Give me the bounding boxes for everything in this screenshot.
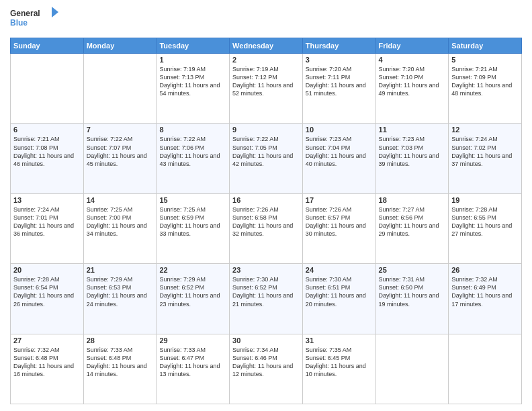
calendar-cell: 26Sunrise: 7:32 AM Sunset: 6:49 PM Dayli… [449, 264, 522, 334]
day-number: 29 [159, 336, 226, 345]
day-number: 3 [306, 56, 373, 64]
day-number: 10 [306, 126, 373, 134]
day-number: 9 [232, 126, 300, 134]
calendar-cell: 5Sunrise: 7:21 AM Sunset: 7:09 PM Daylig… [449, 54, 522, 124]
calendar-cell: 17Sunrise: 7:26 AM Sunset: 6:57 PM Dayli… [302, 193, 375, 263]
calendar-week-row: 13Sunrise: 7:24 AM Sunset: 7:01 PM Dayli… [11, 193, 522, 263]
calendar-cell: 13Sunrise: 7:24 AM Sunset: 7:01 PM Dayli… [11, 193, 84, 263]
day-detail: Sunrise: 7:31 AM Sunset: 6:50 PM Dayligh… [379, 275, 446, 308]
calendar-cell: 31Sunrise: 7:35 AM Sunset: 6:45 PM Dayli… [302, 334, 375, 404]
day-detail: Sunrise: 7:21 AM Sunset: 7:08 PM Dayligh… [13, 135, 81, 168]
day-number: 11 [379, 126, 446, 134]
day-number: 27 [13, 336, 81, 345]
calendar-week-row: 6Sunrise: 7:21 AM Sunset: 7:08 PM Daylig… [11, 124, 522, 193]
day-detail: Sunrise: 7:21 AM Sunset: 7:09 PM Dayligh… [451, 65, 519, 98]
day-number: 4 [379, 56, 446, 64]
day-number: 26 [451, 266, 519, 274]
day-number: 15 [159, 196, 226, 204]
calendar-cell: 15Sunrise: 7:25 AM Sunset: 6:59 PM Dayli… [157, 193, 230, 263]
day-number: 31 [306, 336, 373, 345]
column-header-friday: Friday [375, 38, 449, 54]
logo-svg: General Blue [10, 7, 64, 34]
column-header-saturday: Saturday [449, 38, 522, 54]
day-number: 20 [13, 266, 81, 274]
calendar-week-row: 27Sunrise: 7:32 AM Sunset: 6:48 PM Dayli… [11, 334, 522, 404]
calendar-cell: 19Sunrise: 7:28 AM Sunset: 6:55 PM Dayli… [449, 193, 522, 263]
calendar-cell: 2Sunrise: 7:19 AM Sunset: 7:12 PM Daylig… [230, 54, 303, 124]
calendar-table: SundayMondayTuesdayWednesdayThursdayFrid… [10, 38, 522, 404]
day-detail: Sunrise: 7:32 AM Sunset: 6:49 PM Dayligh… [451, 275, 519, 308]
calendar-cell: 12Sunrise: 7:24 AM Sunset: 7:02 PM Dayli… [449, 124, 522, 193]
day-detail: Sunrise: 7:22 AM Sunset: 7:06 PM Dayligh… [159, 135, 226, 168]
calendar-header-row: SundayMondayTuesdayWednesdayThursdayFrid… [11, 38, 522, 54]
day-detail: Sunrise: 7:23 AM Sunset: 7:03 PM Dayligh… [379, 135, 446, 168]
calendar-cell [11, 54, 84, 124]
calendar-week-row: 1Sunrise: 7:19 AM Sunset: 7:13 PM Daylig… [11, 54, 522, 124]
day-number: 1 [159, 56, 226, 64]
day-detail: Sunrise: 7:19 AM Sunset: 7:12 PM Dayligh… [232, 65, 300, 98]
day-number: 28 [87, 336, 154, 345]
day-number: 23 [232, 266, 300, 274]
calendar-cell: 14Sunrise: 7:25 AM Sunset: 7:00 PM Dayli… [83, 193, 157, 263]
day-detail: Sunrise: 7:34 AM Sunset: 6:46 PM Dayligh… [232, 346, 300, 379]
day-detail: Sunrise: 7:28 AM Sunset: 6:54 PM Dayligh… [13, 275, 81, 308]
calendar-cell: 29Sunrise: 7:33 AM Sunset: 6:47 PM Dayli… [157, 334, 230, 404]
calendar-cell: 4Sunrise: 7:20 AM Sunset: 7:10 PM Daylig… [375, 54, 449, 124]
day-detail: Sunrise: 7:26 AM Sunset: 6:57 PM Dayligh… [306, 205, 373, 238]
day-detail: Sunrise: 7:23 AM Sunset: 7:04 PM Dayligh… [306, 135, 373, 168]
page-header: General Blue [10, 7, 522, 34]
day-detail: Sunrise: 7:26 AM Sunset: 6:58 PM Dayligh… [232, 205, 300, 238]
svg-text:General: General [10, 9, 40, 18]
column-header-monday: Monday [83, 38, 157, 54]
calendar-cell: 28Sunrise: 7:33 AM Sunset: 6:48 PM Dayli… [83, 334, 157, 404]
calendar-cell: 11Sunrise: 7:23 AM Sunset: 7:03 PM Dayli… [375, 124, 449, 193]
day-detail: Sunrise: 7:24 AM Sunset: 7:01 PM Dayligh… [13, 205, 81, 238]
svg-marker-1 [52, 7, 58, 17]
day-number: 16 [232, 196, 300, 204]
calendar-cell: 10Sunrise: 7:23 AM Sunset: 7:04 PM Dayli… [302, 124, 375, 193]
day-detail: Sunrise: 7:35 AM Sunset: 6:45 PM Dayligh… [306, 346, 373, 379]
calendar-cell [449, 334, 522, 404]
logo: General Blue [10, 7, 64, 34]
day-detail: Sunrise: 7:22 AM Sunset: 7:07 PM Dayligh… [87, 135, 154, 168]
day-number: 5 [451, 56, 519, 64]
day-number: 12 [451, 126, 519, 134]
day-detail: Sunrise: 7:24 AM Sunset: 7:02 PM Dayligh… [451, 135, 519, 168]
day-detail: Sunrise: 7:30 AM Sunset: 6:52 PM Dayligh… [232, 275, 300, 308]
calendar-cell: 16Sunrise: 7:26 AM Sunset: 6:58 PM Dayli… [230, 193, 303, 263]
day-detail: Sunrise: 7:22 AM Sunset: 7:05 PM Dayligh… [232, 135, 300, 168]
day-number: 24 [306, 266, 373, 274]
calendar-cell: 24Sunrise: 7:30 AM Sunset: 6:51 PM Dayli… [302, 264, 375, 334]
calendar-cell: 7Sunrise: 7:22 AM Sunset: 7:07 PM Daylig… [83, 124, 157, 193]
day-number: 22 [159, 266, 226, 274]
day-number: 21 [87, 266, 154, 274]
day-number: 25 [379, 266, 446, 274]
calendar-cell: 30Sunrise: 7:34 AM Sunset: 6:46 PM Dayli… [230, 334, 303, 404]
day-detail: Sunrise: 7:28 AM Sunset: 6:55 PM Dayligh… [451, 205, 519, 238]
calendar-cell: 3Sunrise: 7:20 AM Sunset: 7:11 PM Daylig… [302, 54, 375, 124]
calendar-cell: 25Sunrise: 7:31 AM Sunset: 6:50 PM Dayli… [375, 264, 449, 334]
calendar-week-row: 20Sunrise: 7:28 AM Sunset: 6:54 PM Dayli… [11, 264, 522, 334]
day-number: 14 [87, 196, 154, 204]
day-number: 6 [13, 126, 81, 134]
svg-text:Blue: Blue [10, 18, 28, 28]
day-number: 8 [159, 126, 226, 134]
calendar-cell: 1Sunrise: 7:19 AM Sunset: 7:13 PM Daylig… [157, 54, 230, 124]
day-detail: Sunrise: 7:29 AM Sunset: 6:52 PM Dayligh… [159, 275, 226, 308]
calendar-cell: 23Sunrise: 7:30 AM Sunset: 6:52 PM Dayli… [230, 264, 303, 334]
calendar-cell: 18Sunrise: 7:27 AM Sunset: 6:56 PM Dayli… [375, 193, 449, 263]
day-detail: Sunrise: 7:19 AM Sunset: 7:13 PM Dayligh… [159, 65, 226, 98]
day-detail: Sunrise: 7:25 AM Sunset: 7:00 PM Dayligh… [87, 205, 154, 238]
column-header-thursday: Thursday [302, 38, 375, 54]
calendar-cell: 22Sunrise: 7:29 AM Sunset: 6:52 PM Dayli… [157, 264, 230, 334]
day-detail: Sunrise: 7:30 AM Sunset: 6:51 PM Dayligh… [306, 275, 373, 308]
day-detail: Sunrise: 7:20 AM Sunset: 7:11 PM Dayligh… [306, 65, 373, 98]
day-number: 2 [232, 56, 300, 64]
day-detail: Sunrise: 7:33 AM Sunset: 6:48 PM Dayligh… [87, 346, 154, 379]
calendar-cell [83, 54, 157, 124]
day-number: 18 [379, 196, 446, 204]
day-number: 30 [232, 336, 300, 345]
day-detail: Sunrise: 7:32 AM Sunset: 6:48 PM Dayligh… [13, 346, 81, 379]
calendar-cell [375, 334, 449, 404]
day-detail: Sunrise: 7:20 AM Sunset: 7:10 PM Dayligh… [379, 65, 446, 98]
